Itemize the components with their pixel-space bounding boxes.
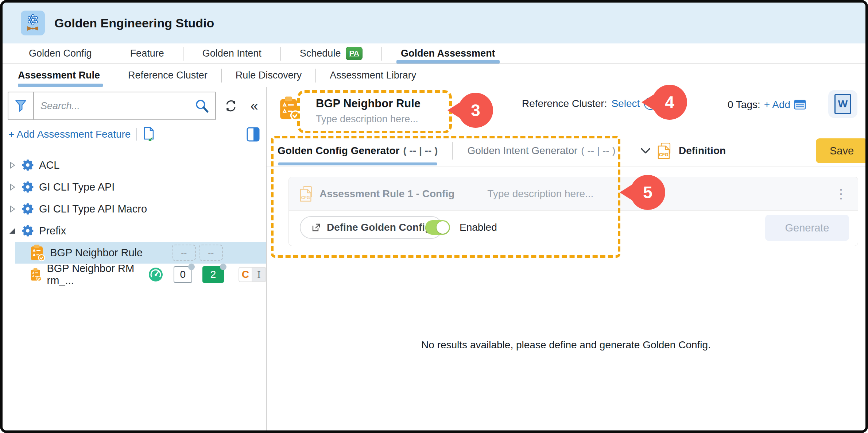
config-badge: C [239,267,252,282]
tags-group: 0 Tags: + Add [728,99,806,111]
definition-label: Definition [679,145,726,157]
card-description-placeholder[interactable]: Type description here... [487,188,593,200]
assessment-rule-icon [30,266,42,283]
tree-item-label: ACL [39,159,59,171]
caret-right-icon[interactable] [8,184,16,191]
word-document-icon: W [834,94,851,114]
annotation-box-title: BGP Neighbor Rule Type description here.… [297,90,452,133]
export-word-button[interactable]: W [828,90,857,118]
assessment-rule-config-card: CFG Assessment Rule 1 - Config Type desc… [288,177,858,246]
add-assessment-feature-link[interactable]: + Add Assessment Feature [8,129,131,140]
info-icon[interactable]: i [644,97,656,110]
import-document-icon [143,127,155,142]
collapse-sidebar-button[interactable]: « [246,97,263,114]
network-logo-icon [24,14,42,32]
svg-text:CFG: CFG [659,152,668,157]
tab-golden-config[interactable]: Golden Config [10,43,111,64]
generator-tabs-row: Golden Config Generator ( -- | -- ) Gold… [267,135,865,166]
reference-cluster-select-link[interactable]: Select [611,98,640,110]
caret-right-icon[interactable] [8,162,16,169]
double-chevron-left-icon: « [250,99,258,113]
feature-tree: ACL GI CLI Type API GI CLI Type API Macr… [3,148,266,286]
caret-open-icon[interactable] [8,228,16,234]
tab-schedule[interactable]: Schedule PA [281,43,381,64]
import-feature-button[interactable] [143,127,155,142]
assessment-rule-icon [30,244,45,261]
tab-golden-assessment[interactable]: Golden Assessment [382,43,514,64]
reference-cluster-group: Reference Cluster: Select i [522,97,656,110]
save-button[interactable]: Save [816,138,868,163]
callout-3: 3 [447,93,493,128]
definition-group: CFG Definition [641,135,726,166]
define-golden-config-button[interactable]: Define Golden Config [300,216,443,239]
app-window: Golden Engineering Studio Golden Config … [0,0,868,433]
tree-item-label: GI CLI Type API [39,181,115,193]
refresh-button[interactable] [222,97,239,114]
toolbar-divider [136,128,137,141]
tags-count-label: 0 Tags: [728,99,760,111]
generate-button[interactable]: Generate [765,215,849,241]
tab-golden-config-generator[interactable]: Golden Config Generator ( -- | -- ) [278,135,438,166]
filter-button[interactable] [8,92,34,119]
intent-badge: I [252,267,266,282]
count-placeholder: -- [199,245,223,261]
count-placeholder: -- [172,245,196,261]
caret-right-icon[interactable] [8,206,16,212]
card-title[interactable]: Assessment Rule 1 - Config [319,188,454,200]
card-header: CFG Assessment Rule 1 - Config Type desc… [289,177,858,211]
tab-counts: ( -- | -- ) [403,145,438,157]
sidebar-toolbar: + Add Assessment Feature [8,127,260,148]
enabled-label: Enabled [460,222,497,233]
tab-counts: ( -- | -- ) [581,145,615,157]
card-body: Define Golden Config Enabled Generate [289,211,858,246]
tree-item-label: Prefix [39,225,66,237]
main-panel: BGP Neighbor Rule Type description here.… [267,87,865,430]
tab-reference-cluster[interactable]: Reference Cluster [114,64,221,87]
chevron-down-icon[interactable] [641,148,650,154]
tab-divider [452,142,453,160]
pass-count-badge: 2 [202,266,224,283]
tree-item-label: GI CLI Type API Macro [39,203,147,215]
reference-cluster-label: Reference Cluster: [522,98,607,110]
feature-gear-icon [21,180,34,193]
tree-item-prefix[interactable]: Prefix [3,220,266,242]
tab-rule-discovery[interactable]: Rule Discovery [222,64,316,87]
tab-golden-intent-generator[interactable]: Golden Intent Generator ( -- | -- ) [467,135,615,166]
app-logo [21,11,45,35]
search-icon[interactable] [195,99,209,113]
badge-dot [188,264,195,270]
tree-item-gi-cli-type-api[interactable]: GI CLI Type API [3,176,266,198]
rule-item-label: BGP Neighbor RM rm_... [47,263,139,287]
search-input[interactable] [34,92,195,119]
tab-assessment-rule[interactable]: Assessment Rule [18,64,114,87]
split-panel-icon [247,127,260,142]
refresh-icon [224,99,238,113]
rule-description-placeholder[interactable]: Type description here... [316,114,449,125]
rule-item-bgp-neighbor-rule[interactable]: BGP Neighbor Rule -- -- [15,242,266,264]
sub-nav: Assessment Rule Reference Cluster Rule D… [3,64,865,87]
feature-gear-icon [21,224,34,237]
badge-dot [220,264,226,270]
tab-golden-intent[interactable]: Golden Intent [183,43,280,64]
search-box [8,92,216,120]
cfg-document-icon: CFG [657,142,672,159]
feature-gear-icon [21,158,34,172]
external-link-icon [311,223,321,232]
tree-item-acl[interactable]: ACL [3,154,266,176]
rule-title[interactable]: BGP Neighbor Rule [316,97,449,110]
empty-state-message: No results available, please define and … [267,339,865,351]
tab-feature[interactable]: Feature [111,43,183,64]
app-header: Golden Engineering Studio [3,3,865,43]
tab-assessment-library[interactable]: Assessment Library [316,64,430,87]
svg-text:CFG: CFG [301,195,310,200]
enabled-toggle[interactable] [425,220,450,235]
tags-list-icon[interactable] [794,99,806,110]
main-nav: Golden Config Feature Golden Intent Sche… [3,43,865,64]
rule-item-bgp-neighbor-rm[interactable]: BGP Neighbor RM rm_... 0 2 C I [15,264,266,286]
kebab-menu-icon[interactable]: ⋮ [834,187,848,200]
toggle-knob [437,221,449,234]
tree-item-gi-cli-type-api-macro[interactable]: GI CLI Type API Macro [3,198,266,220]
sidebar: « + Add Assessment Feature [3,87,267,430]
add-tag-link[interactable]: + Add [764,99,790,111]
split-panel-button[interactable] [247,127,260,142]
